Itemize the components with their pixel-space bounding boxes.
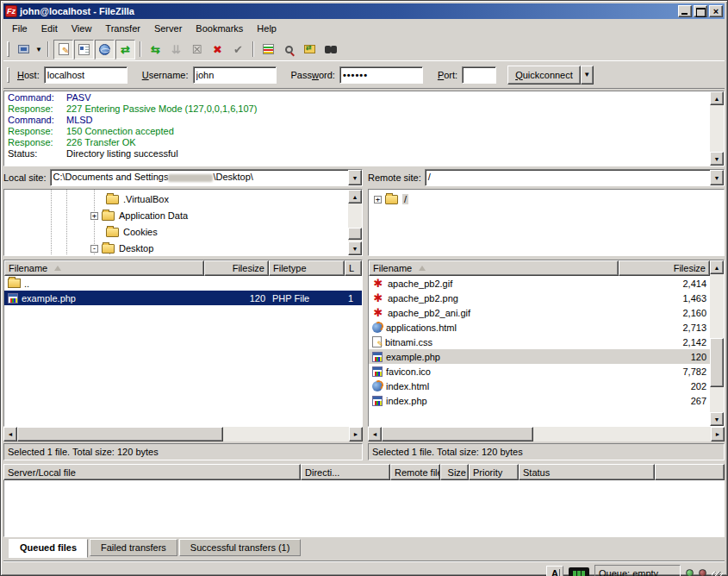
menu-file[interactable]: File <box>5 21 34 36</box>
tab-queued-files[interactable]: Queued files <box>9 539 88 558</box>
file-row[interactable]: favicon.ico 7,782 <box>369 364 710 379</box>
file-row[interactable]: index.html 202 <box>369 379 710 393</box>
username-input[interactable] <box>193 66 277 84</box>
quickconnect-grip[interactable] <box>7 67 9 83</box>
maximize-button[interactable] <box>694 5 707 17</box>
scroll-left-icon[interactable]: ◄ <box>368 427 382 441</box>
tree-item-root[interactable]: + / <box>374 192 408 206</box>
file-row[interactable]: index.php 267 <box>369 393 710 408</box>
speed-limits-icon[interactable] <box>569 567 589 576</box>
local-path-combo[interactable]: C:\Documents and Settings\Desktop\ ▼ <box>50 169 363 186</box>
find-button[interactable] <box>320 40 340 59</box>
menu-server[interactable]: Server <box>147 21 189 36</box>
site-manager-dropdown[interactable]: ▼ <box>34 40 43 59</box>
password-input[interactable] <box>339 66 423 84</box>
remote-tree-body[interactable]: + / <box>369 190 724 255</box>
port-input[interactable] <box>462 66 496 84</box>
refresh-icon: ⇆ <box>151 44 160 55</box>
minimize-button[interactable] <box>678 5 692 17</box>
remote-path-combo[interactable]: / ▼ <box>425 169 725 186</box>
site-manager-button[interactable] <box>14 40 34 59</box>
recheck-button[interactable]: ✔ <box>228 40 248 59</box>
data-type-indicator-icon[interactable]: A <box>546 566 563 576</box>
toolbar-grip[interactable] <box>7 41 9 57</box>
menu-help[interactable]: Help <box>250 21 283 36</box>
scroll-down-icon[interactable]: ▼ <box>710 412 724 426</box>
tree-item-cookies[interactable]: Cookies <box>106 225 158 239</box>
scroll-right-icon[interactable]: ► <box>711 427 725 441</box>
column-header-lastmodified[interactable]: L <box>345 260 362 276</box>
scroll-up-icon[interactable]: ▲ <box>348 190 362 203</box>
expand-icon[interactable]: + <box>374 196 382 203</box>
menu-view[interactable]: View <box>65 21 99 36</box>
disconnect-button[interactable]: ✖ <box>208 40 227 59</box>
log-scrollbar[interactable]: ▲ ▼ <box>710 91 724 166</box>
collapse-icon[interactable]: - <box>90 245 98 253</box>
quickconnect-dropdown[interactable]: ▼ <box>581 66 594 85</box>
refresh-button[interactable]: ⇆ <box>146 40 165 59</box>
resize-grip[interactable] <box>712 572 723 576</box>
remote-list-hscrollbar[interactable]: ◄ ► <box>368 427 725 441</box>
scroll-thumb[interactable] <box>710 338 724 388</box>
local-list-rows[interactable]: .. example.php 120 PHP File 1 <box>4 276 362 426</box>
local-tree-scrollbar[interactable]: ▲ ▼ <box>348 190 362 255</box>
toggle-local-tree-button[interactable] <box>74 40 94 59</box>
scroll-up-icon[interactable]: ▲ <box>710 260 724 274</box>
remote-list-rows[interactable]: ✱apache_pb2.gif 2,414 ✱apache_pb2.png 1,… <box>369 276 710 426</box>
scroll-left-icon[interactable]: ◄ <box>3 427 17 441</box>
file-row-selected[interactable]: example.php 120 <box>369 349 710 364</box>
local-list-hscrollbar[interactable]: ◄ ► <box>3 427 363 441</box>
column-header-filesize[interactable]: Filesize <box>619 260 710 276</box>
queue-body[interactable] <box>3 480 725 537</box>
tree-item-application-data[interactable]: + Application Data <box>90 209 188 222</box>
column-header-filesize[interactable]: Filesize <box>204 260 269 276</box>
local-tree-body[interactable]: .VirtualBox + Application Data Cookies - <box>4 190 348 255</box>
file-row[interactable]: applications.html 2,713 <box>369 320 710 335</box>
compare-button[interactable] <box>279 40 299 59</box>
column-header-filename[interactable]: Filename <box>369 260 619 276</box>
menu-transfer[interactable]: Transfer <box>98 21 147 36</box>
file-row-parent-dir[interactable]: .. <box>4 276 362 291</box>
menu-edit[interactable]: Edit <box>34 21 65 36</box>
toggle-queue-button[interactable]: ⇄ <box>115 40 135 59</box>
column-header-direction[interactable]: Directi... <box>301 464 390 480</box>
toggle-message-log-button[interactable]: ✎ <box>53 40 73 59</box>
combo-dropdown-icon[interactable]: ▼ <box>710 170 724 185</box>
file-row[interactable]: bitnami.css 2,142 <box>369 335 710 349</box>
file-row[interactable]: ✱apache_pb2_ani.gif 2,160 <box>369 305 710 320</box>
column-header-size[interactable]: Size <box>440 464 469 480</box>
host-input[interactable] <box>44 66 128 84</box>
cancel-button[interactable]: ☒ <box>187 40 207 59</box>
column-header-remote-file[interactable]: Remote file <box>390 464 440 480</box>
toggle-remote-tree-button[interactable] <box>95 40 115 59</box>
file-row[interactable]: ✱apache_pb2.png 1,463 <box>369 291 710 305</box>
close-button[interactable]: × <box>709 5 723 17</box>
scroll-thumb[interactable] <box>382 427 533 441</box>
tab-successful-transfers[interactable]: Successful transfers (1) <box>179 539 302 556</box>
column-header-server-local-file[interactable]: Server/Local file <box>3 464 301 480</box>
combo-dropdown-icon[interactable]: ▼ <box>348 170 362 185</box>
menu-bookmarks[interactable]: Bookmarks <box>189 21 250 36</box>
tree-item-desktop[interactable]: - Desktop <box>90 241 153 255</box>
remote-list-scrollbar[interactable]: ▲ ▼ <box>710 260 724 426</box>
scroll-thumb[interactable] <box>348 228 362 240</box>
expand-icon[interactable]: + <box>90 212 98 220</box>
quickconnect-button[interactable]: Quickconnect <box>507 66 581 85</box>
sync-browsing-button[interactable] <box>300 40 320 59</box>
scroll-down-icon[interactable]: ▼ <box>710 152 724 166</box>
scroll-thumb[interactable] <box>17 427 223 441</box>
file-row[interactable]: ✱apache_pb2.gif 2,414 <box>369 276 710 291</box>
column-header-status[interactable]: Status <box>519 464 655 480</box>
process-queue-button[interactable]: ⇊ <box>166 40 186 59</box>
tab-failed-transfers[interactable]: Failed transfers <box>90 539 177 556</box>
tree-item-virtualbox[interactable]: .VirtualBox <box>106 192 169 206</box>
scroll-down-icon[interactable]: ▼ <box>348 241 362 255</box>
column-header-filetype[interactable]: Filetype <box>269 260 345 276</box>
scroll-up-icon[interactable]: ▲ <box>710 91 724 105</box>
column-header-filename[interactable]: Filename <box>4 260 204 276</box>
scroll-right-icon[interactable]: ► <box>349 427 363 441</box>
filter-button[interactable] <box>258 40 278 59</box>
file-row-example-php[interactable]: example.php 120 PHP File 1 <box>4 291 362 305</box>
column-header-priority[interactable]: Priority <box>469 464 519 480</box>
tree-guide <box>66 190 67 255</box>
